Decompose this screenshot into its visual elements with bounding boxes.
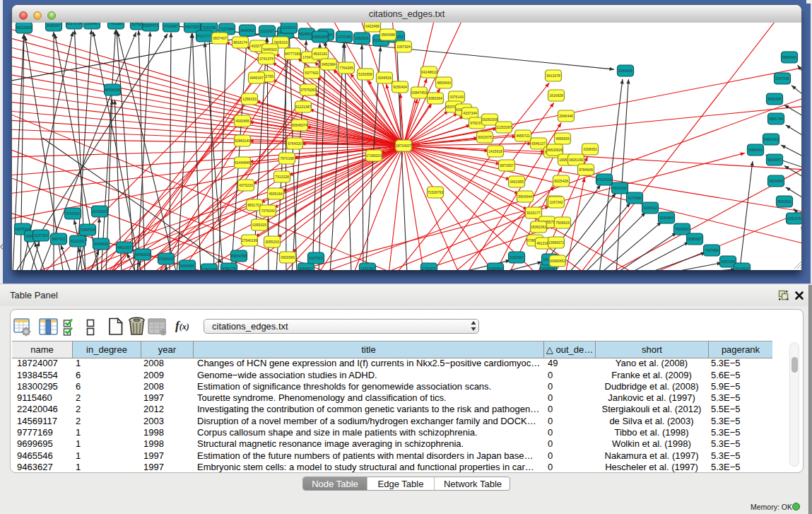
svg-text:0399315: 0399315 [252, 223, 266, 227]
svg-text:5377602: 5377602 [305, 71, 319, 75]
svg-text:0088387: 0088387 [688, 237, 702, 241]
svg-text:7034236: 7034236 [202, 25, 216, 30]
svg-text:3353265: 3353265 [721, 259, 735, 264]
svg-text:8818174: 8818174 [233, 40, 247, 45]
svg-text:1067924: 1067924 [396, 45, 411, 49]
svg-text:1372159: 1372159 [337, 35, 351, 39]
svg-text:18362361: 18362361 [531, 225, 546, 229]
svg-text:1341252: 1341252 [360, 267, 375, 270]
svg-text:8383064: 8383064 [428, 96, 442, 100]
svg-text:0431955: 0431955 [510, 180, 524, 184]
svg-text:33801412: 33801412 [763, 137, 779, 141]
svg-text:7824504: 7824504 [675, 227, 689, 231]
svg-text:8452984: 8452984 [322, 62, 336, 66]
svg-text:6122202: 6122202 [71, 239, 85, 243]
svg-text:0376143: 0376143 [449, 95, 464, 99]
svg-text:3055203: 3055203 [265, 240, 279, 244]
svg-text:2646446: 2646446 [559, 114, 573, 118]
svg-text:5904544: 5904544 [518, 194, 532, 199]
svg-text:11253287: 11253287 [496, 125, 512, 129]
svg-text:3560688: 3560688 [381, 33, 395, 37]
svg-text:81444945: 81444945 [235, 160, 250, 165]
svg-text:7375043: 7375043 [261, 209, 275, 213]
svg-text:4893643: 4893643 [437, 81, 451, 85]
svg-text:32686563: 32686563 [488, 267, 503, 270]
svg-text:55597971: 55597971 [143, 23, 158, 28]
svg-text:8530435: 8530435 [767, 97, 782, 101]
svg-text:8831701: 8831701 [247, 203, 261, 207]
svg-text:5449920: 5449920 [263, 47, 277, 52]
svg-text:2014620: 2014620 [735, 267, 749, 270]
svg-text:3308051: 3308051 [583, 147, 597, 151]
svg-text:72997528: 72997528 [80, 228, 95, 232]
svg-text:4655721: 4655721 [516, 134, 530, 138]
svg-text:8780175: 8780175 [222, 267, 236, 270]
svg-text:0741374: 0741374 [259, 57, 273, 61]
svg-text:72326793: 72326793 [428, 190, 443, 194]
svg-text:1616828: 1616828 [549, 93, 563, 98]
svg-text:61221387: 61221387 [295, 105, 311, 109]
svg-text:1215472: 1215472 [282, 25, 296, 30]
svg-text:9907511: 9907511 [52, 237, 65, 241]
svg-text:5150587: 5150587 [510, 255, 524, 259]
svg-text:1258153: 1258153 [242, 97, 257, 101]
svg-text:0837407: 0837407 [213, 36, 227, 40]
svg-text:23969372: 23969372 [548, 240, 564, 245]
svg-text:4710497: 4710497 [164, 24, 178, 28]
svg-text:6764020: 6764020 [288, 141, 302, 146]
svg-text:0561748: 0561748 [769, 117, 783, 121]
svg-text:30682651: 30682651 [550, 259, 565, 263]
svg-text:71803340: 71803340 [201, 267, 217, 270]
svg-text:18724007: 18724007 [396, 144, 411, 148]
svg-text:7167868: 7167868 [705, 248, 719, 252]
svg-text:1223307: 1223307 [260, 29, 274, 33]
svg-text:7313228: 7313228 [275, 175, 289, 179]
svg-text:4633191: 4633191 [313, 52, 327, 56]
svg-text:8225428: 8225428 [554, 179, 568, 183]
svg-text:4930666: 4930666 [235, 119, 249, 123]
svg-text:0434839: 0434839 [94, 242, 108, 246]
svg-text:84777183: 84777183 [285, 52, 300, 56]
svg-text:7764265: 7764265 [339, 66, 353, 70]
svg-text:6507529: 6507529 [185, 25, 199, 29]
svg-text:4956605: 4956605 [555, 136, 570, 141]
svg-text:4446347: 4446347 [249, 76, 264, 80]
svg-text:00847453: 00847453 [411, 90, 427, 95]
svg-text:07290222: 07290222 [158, 257, 174, 261]
svg-text:3137353: 3137353 [34, 233, 48, 238]
svg-text:9156404: 9156404 [393, 85, 407, 89]
svg-text:9180588: 9180588 [180, 264, 194, 268]
svg-text:0826199: 0826199 [569, 158, 583, 162]
svg-text:0234483: 0234483 [659, 216, 673, 220]
svg-text:4373233: 4373233 [239, 183, 253, 187]
svg-text:89834788: 89834788 [231, 254, 247, 258]
svg-text:98682828: 98682828 [135, 252, 151, 257]
svg-text:5873557: 5873557 [500, 163, 514, 168]
svg-text:9829657: 9829657 [767, 158, 782, 162]
svg-text:8384837: 8384837 [299, 267, 313, 270]
svg-text:88539336: 88539336 [105, 88, 120, 92]
svg-text:7127684: 7127684 [220, 27, 234, 31]
svg-text:86579754: 86579754 [66, 23, 82, 25]
svg-text:4337344: 4337344 [463, 111, 477, 115]
svg-text:6167513: 6167513 [309, 256, 323, 260]
svg-text:4014193: 4014193 [613, 186, 627, 190]
svg-text:1415618: 1415618 [488, 149, 502, 153]
svg-text:9784649: 9784649 [579, 168, 593, 172]
svg-text:6849340: 6849340 [782, 55, 796, 59]
svg-text:6846563: 6846563 [240, 28, 254, 33]
svg-text:8190937: 8190937 [47, 23, 61, 28]
svg-text:2247045: 2247045 [775, 76, 789, 81]
svg-text:1167342: 1167342 [549, 200, 563, 204]
svg-text:0930565: 0930565 [281, 255, 295, 259]
svg-text:4170586: 4170586 [628, 196, 642, 200]
svg-text:83645074: 83645074 [292, 123, 307, 127]
svg-text:37576283: 37576283 [300, 88, 316, 92]
svg-text:03852808: 03852808 [312, 35, 328, 39]
svg-text:52883143: 52883143 [235, 139, 250, 143]
svg-text:2731672: 2731672 [422, 267, 436, 270]
svg-text:4935164: 4935164 [269, 192, 283, 196]
svg-text:3044516: 3044516 [377, 76, 392, 80]
svg-text:4264628: 4264628 [618, 69, 632, 73]
svg-text:5150556: 5150556 [358, 72, 372, 76]
